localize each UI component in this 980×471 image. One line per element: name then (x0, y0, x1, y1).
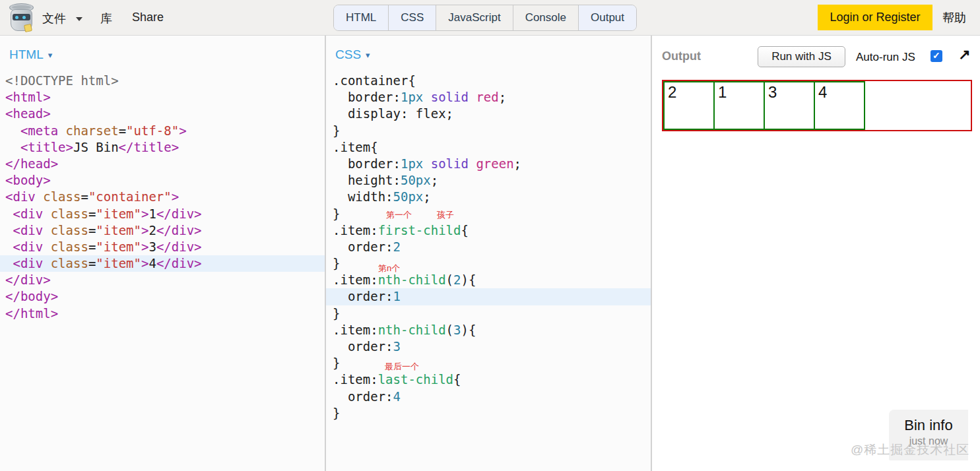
code-token: .item: (333, 372, 378, 387)
code-line[interactable]: </head> (0, 156, 325, 172)
code-line[interactable]: .item:nth-child(2){ (326, 272, 651, 288)
code-token: red (476, 90, 498, 104)
code-token (5, 256, 13, 270)
logo-badge (24, 24, 32, 32)
tab-css[interactable]: CSS (389, 5, 436, 30)
watermark-text: @稀土掘金技术社区 (851, 441, 969, 458)
code-token: } (333, 123, 340, 138)
code-line[interactable]: .item:last-child{ (326, 371, 651, 388)
code-token: 1 (393, 289, 401, 303)
code-line[interactable]: <meta charset="utf-8"> (0, 123, 325, 139)
code-line[interactable]: <div class="item">2</div> (0, 222, 325, 239)
code-line[interactable]: height:50px; (326, 172, 651, 189)
css-panel-header[interactable]: CSS▾ (335, 47, 370, 62)
code-line[interactable]: display: flex; (326, 106, 651, 122)
code-token: = (119, 123, 126, 138)
code-line[interactable]: width:50px; (326, 189, 651, 205)
code-token: <div (5, 189, 36, 204)
code-line[interactable]: <title>JS Bin</title> (0, 139, 325, 156)
code-line[interactable]: border:1px solid green; (326, 156, 651, 172)
html-panel-title: HTML (9, 47, 44, 61)
code-token: ( (446, 323, 453, 337)
help-link[interactable]: 帮助 (942, 10, 966, 26)
login-register-button[interactable]: Login or Register (818, 5, 932, 30)
code-token: solid (431, 156, 469, 171)
code-token (5, 223, 13, 237)
code-token: > (179, 123, 186, 138)
code-line[interactable]: <div class="container"> (0, 189, 325, 205)
code-token: last-child (378, 372, 453, 387)
code-line[interactable]: } (326, 305, 651, 322)
annotation-first-child: 第一个 (386, 209, 412, 221)
code-line[interactable]: </body> (0, 288, 325, 305)
tab-html[interactable]: HTML (334, 5, 389, 30)
code-line[interactable]: } (326, 255, 651, 272)
jsbin-logo-icon[interactable] (7, 3, 36, 33)
run-with-js-button[interactable]: Run with JS (758, 46, 845, 67)
code-token (43, 256, 50, 270)
code-line[interactable]: border:1px solid red; (326, 89, 651, 106)
code-token: <!DOCTYPE html> (5, 73, 119, 88)
code-line[interactable]: } (326, 123, 651, 139)
code-token: .item: (333, 323, 378, 337)
code-line[interactable]: <!DOCTYPE html> (0, 73, 325, 89)
code-token: </body> (5, 289, 58, 303)
code-token: = (88, 206, 96, 221)
code-line[interactable]: <div class="item">3</div> (0, 239, 325, 255)
code-token: = (88, 223, 96, 237)
code-line-highlighted[interactable]: order:1 (326, 288, 651, 305)
code-line[interactable]: .item:nth-child(3){ (326, 322, 651, 338)
code-line[interactable]: </html> (0, 305, 325, 322)
caret-down-icon (76, 17, 82, 21)
code-line[interactable]: .container{ (326, 73, 651, 89)
menu-library[interactable]: 库 (100, 11, 112, 26)
menu-share[interactable]: Share (132, 11, 164, 24)
html-panel-header[interactable]: HTML▾ (9, 47, 52, 62)
code-token: display: flex; (333, 106, 453, 121)
code-token: <html> (5, 90, 51, 104)
code-line[interactable]: .item:first-child{ (326, 222, 651, 239)
code-line[interactable]: order:2 (326, 239, 651, 255)
tab-console[interactable]: Console (513, 5, 579, 30)
code-token: order: (333, 339, 393, 354)
code-line-highlighted[interactable]: <div class="item">4</div> (0, 255, 325, 272)
bin-info-button[interactable]: Bin info (889, 417, 968, 434)
code-token (5, 206, 13, 221)
code-line[interactable]: <div class="item">1</div> (0, 206, 325, 222)
tab-javascript[interactable]: JavaScript (436, 5, 513, 30)
tab-output[interactable]: Output (579, 5, 636, 30)
code-token: </html> (5, 306, 58, 321)
code-line[interactable]: } (326, 405, 651, 422)
code-token: width: (333, 189, 393, 204)
code-token: = (88, 239, 96, 254)
code-token: <body> (5, 173, 51, 187)
code-token (5, 239, 13, 254)
code-token: JS Bin (73, 140, 119, 154)
code-line[interactable]: order:3 (326, 338, 651, 355)
code-token: .item: (333, 223, 378, 237)
code-token: </div> (156, 239, 202, 254)
code-token (423, 90, 430, 104)
code-line[interactable]: <html> (0, 89, 325, 106)
html-code-editor[interactable]: <!DOCTYPE html><html><head> <meta charse… (0, 73, 325, 322)
code-token: class (51, 256, 88, 270)
code-token: 2 (453, 272, 461, 287)
code-line[interactable]: } (326, 355, 651, 371)
code-token: 1 (148, 206, 156, 221)
css-editor-panel: CSS▾ .container{ border:1px solid red; d… (326, 36, 652, 471)
code-line[interactable]: <head> (0, 106, 325, 122)
rendered-flex-item: 1 (713, 81, 765, 130)
code-token: <title> (20, 140, 73, 154)
top-toolbar: 文件 库 Share HTMLCSSJavaScriptConsoleOutpu… (0, 0, 980, 36)
code-line[interactable]: } (326, 206, 651, 222)
code-token: <div (13, 239, 43, 254)
code-line[interactable]: </div> (0, 272, 325, 288)
menu-file[interactable]: 文件 (42, 11, 82, 26)
code-line[interactable]: .item{ (326, 139, 651, 156)
code-line[interactable]: <body> (0, 172, 325, 189)
popout-arrow-icon[interactable]: ↗ (958, 46, 970, 63)
code-line[interactable]: order:4 (326, 389, 651, 405)
autorun-js-checkbox[interactable] (931, 50, 942, 62)
css-code-editor[interactable]: .container{ border:1px solid red; displa… (326, 73, 651, 422)
annotation-nth-child: 第n个 (378, 263, 400, 274)
